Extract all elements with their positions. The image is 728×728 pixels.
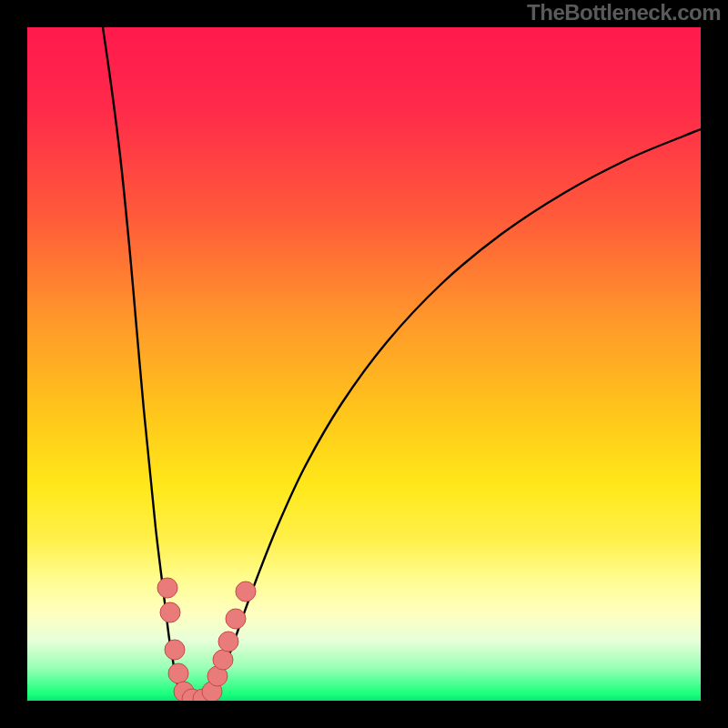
bead-marker — [168, 663, 188, 683]
plot-area — [27, 27, 701, 701]
bead-marker — [236, 581, 256, 602]
bead-marker — [157, 578, 177, 598]
curve-overlay — [27, 27, 701, 701]
watermark-text: TheBottleneck.com — [527, 2, 721, 24]
bead-markers — [157, 578, 256, 701]
outer-frame: { "watermark": "TheBottleneck.com", "col… — [0, 0, 728, 728]
bead-marker — [213, 650, 233, 670]
bottleneck-curve — [103, 27, 701, 701]
bead-marker — [165, 640, 185, 660]
bead-marker — [226, 609, 246, 629]
bead-marker — [160, 602, 180, 622]
bead-marker — [218, 632, 238, 652]
